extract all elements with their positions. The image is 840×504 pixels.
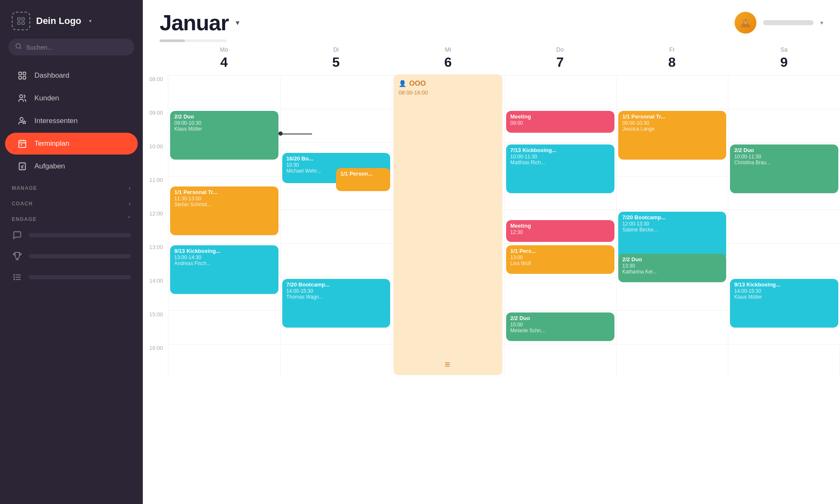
search-icon: [15, 43, 22, 51]
event-11pers-do-1300[interactable]: 1/1 Pers... 13:00 Lisa Wolf: [506, 245, 614, 274]
month-dropdown-icon[interactable]: ▾: [236, 18, 239, 27]
cell-mo-0800: [168, 75, 280, 109]
cell-mo-1600: [168, 344, 280, 378]
sidebar-item-dashboard[interactable]: Dashboard: [5, 65, 138, 87]
event-713kickboxing-do[interactable]: 7/13 Kickboxing... 10:00-11:30 Matthias …: [506, 144, 614, 193]
sidebar-item-label: Terminplan: [34, 139, 69, 148]
engage-chat-item[interactable]: [0, 225, 143, 246]
cell-do-1600: [504, 344, 616, 378]
cell-fr-1200: 7/20 Bootcamp... 12:00-13:30 Sabine Beck…: [616, 210, 728, 243]
sidebar-item-aufgaben[interactable]: Aufgaben: [5, 155, 138, 177]
svg-point-10: [20, 95, 23, 98]
sidebar-item-interessenten[interactable]: Interessenten: [5, 110, 138, 132]
time-label-0800: 08:00: [143, 75, 168, 109]
event-11person-di[interactable]: 1/1 Person...: [336, 168, 390, 191]
cell-fr-1500: [616, 310, 728, 344]
cell-do-1000: 7/13 Kickboxing... 10:00-11:30 Matthias …: [504, 142, 616, 176]
header-right: ▾: [735, 12, 823, 34]
logo-button[interactable]: Dein Logo ▾: [0, 0, 143, 39]
cell-di-1200: [280, 210, 392, 243]
event-11personaltr-fr[interactable]: 1/1 Personal Tr... 09:00-10:30 Jessica L…: [618, 111, 727, 160]
event-meeting-do-0900[interactable]: Meeting 09:00: [506, 111, 614, 133]
header: Januar ▾ ▾: [143, 0, 840, 35]
svg-rect-1: [22, 18, 24, 20]
cell-do-1300: 1/1 Pers... 13:00 Lisa Wolf: [504, 243, 616, 277]
time-label-1500: 15:00: [143, 310, 168, 344]
svg-rect-6: [19, 72, 21, 75]
event-ooo-mi[interactable]: 👤 OOO 08:00-16:00 ≡: [394, 74, 502, 375]
sidebar-nav: Dashboard Kunden Interessenten: [0, 64, 143, 178]
svg-point-23: [14, 275, 15, 276]
section-engage[interactable]: ENGAGE ˅: [0, 209, 143, 225]
cell-fr-1600: [616, 344, 728, 378]
sidebar: Dein Logo ▾ Dashboard: [0, 0, 143, 504]
header-left: Januar ▾: [160, 10, 239, 35]
cell-di-1600: [280, 344, 392, 378]
search-bar[interactable]: [8, 39, 134, 55]
event-22duo-mo[interactable]: 2/2 Duo 09:00-10:30 Klaus Müller: [170, 111, 278, 160]
engage-list-item[interactable]: [0, 267, 143, 288]
sidebar-item-kunden[interactable]: Kunden: [5, 87, 138, 109]
event-913kickboxing-mo[interactable]: 9/13 Kickboxing... 13:00-14:30 Andreas F…: [170, 245, 278, 294]
day-header-sa: Sa 9: [728, 42, 840, 75]
time-col-header: [143, 42, 168, 75]
trophy-icon: [12, 251, 23, 262]
cell-sa-0900: [728, 109, 840, 142]
event-22duo-fr-1330[interactable]: 2/2 Duo 13:30 Katharina Kel...: [618, 254, 727, 282]
time-label-1300: 13:00: [143, 243, 168, 277]
svg-rect-13: [19, 141, 26, 148]
cell-do-1500: 2/2 Duo 15:00 Melanie Schn...: [504, 310, 616, 344]
svg-rect-0: [18, 18, 20, 20]
manage-chevron-icon[interactable]: ›: [129, 185, 131, 191]
engage-chevron-icon[interactable]: ˅: [128, 216, 131, 222]
cell-do-1400: [504, 277, 616, 310]
cell-mo-1100: 1/1 Personal Tr... 11:30-13:00 Stefan Sc…: [168, 176, 280, 210]
avatar[interactable]: [735, 12, 756, 34]
cell-sa-1300: [728, 243, 840, 277]
user-star-icon: [17, 116, 28, 126]
chat-icon: [12, 230, 23, 241]
svg-point-24: [14, 277, 15, 278]
sidebar-item-terminplan[interactable]: Terminplan: [5, 133, 138, 155]
cell-di-1400: 7/20 Bootcamp... 14:00-15:30 Thomas Wagn…: [280, 277, 392, 310]
cell-do-0900: Meeting 09:00: [504, 109, 616, 142]
cell-di-1000: 16/20 Bo... 10:30 Michael Wehr... 1/1 Pe…: [280, 142, 392, 176]
list-icon: [12, 272, 23, 283]
user-chevron-icon[interactable]: ▾: [820, 19, 823, 26]
section-manage: MANAGE ›: [0, 178, 143, 194]
cell-sa-0800: [728, 75, 840, 109]
event-11personaltr-mo[interactable]: 1/1 Personal Tr... 11:30-13:00 Stefan Sc…: [170, 186, 278, 235]
event-22duo-do-1500[interactable]: 2/2 Duo 15:00 Melanie Schn...: [506, 312, 614, 341]
cell-mo-1500: [168, 310, 280, 344]
svg-line-5: [20, 47, 21, 49]
svg-rect-3: [22, 22, 24, 24]
coach-chevron-icon[interactable]: ›: [129, 200, 131, 207]
time-label-0900: 09:00: [143, 109, 168, 142]
cell-do-1200: Meeting 12:30: [504, 210, 616, 243]
sidebar-item-label: Kunden: [34, 94, 59, 102]
search-input[interactable]: [26, 44, 128, 51]
engage-bar-chat: [29, 233, 131, 237]
cell-sa-1000: 2/2 Duo 10:00-11:30 Christina Brau...: [728, 142, 840, 176]
engage-trophy-item[interactable]: [0, 246, 143, 267]
calendar-icon: [17, 138, 28, 149]
progress-bar-container: [143, 35, 840, 42]
svg-point-27: [744, 21, 745, 21]
event-720bootcamp-fr[interactable]: 7/20 Bootcamp... 12:00-13:30 Sabine Beck…: [618, 212, 727, 260]
person-icon: 👤: [399, 80, 407, 87]
time-label-1600: 16:00: [143, 344, 168, 378]
day-header-fr: Fr 8: [616, 42, 728, 75]
cell-do-0800: [504, 75, 616, 109]
dashboard-icon: [17, 70, 28, 81]
cell-fr-1100: [616, 176, 728, 210]
engage-bar-list: [29, 275, 131, 279]
event-913kickboxing-sa[interactable]: 9/13 Kickboxing... 14:00-15:30 Klaus Mül…: [730, 279, 838, 328]
svg-point-4: [16, 44, 21, 48]
event-720bootcamp-di[interactable]: 7/20 Bootcamp... 14:00-15:30 Thomas Wagn…: [282, 279, 391, 328]
user-name-bar: [763, 20, 814, 25]
event-22duo-sa[interactable]: 2/2 Duo 10:00-11:30 Christina Brau...: [730, 144, 838, 193]
sidebar-item-label: Interessenten: [34, 117, 78, 125]
day-header-do: Do 7: [504, 42, 616, 75]
event-meeting-do-1230[interactable]: Meeting 12:30: [506, 220, 614, 242]
cell-di-0900: [280, 109, 392, 142]
